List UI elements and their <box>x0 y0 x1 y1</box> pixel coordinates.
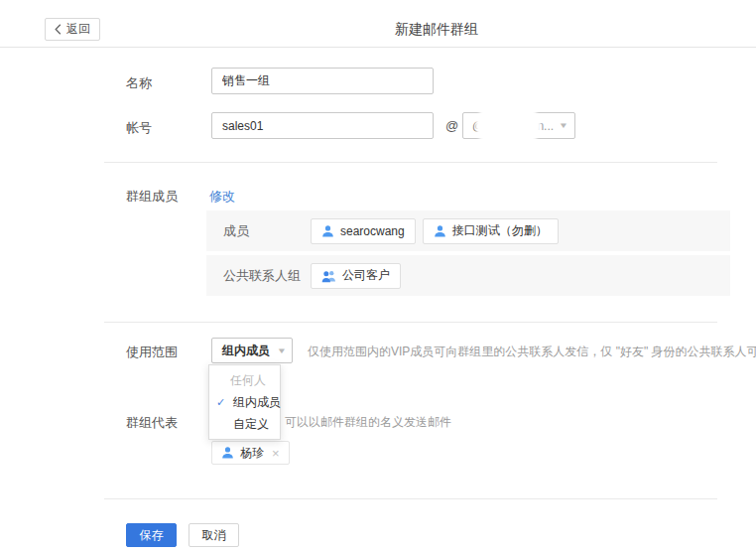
contact-group-row: 公共联系人组 公司客户 <box>206 255 730 296</box>
account-input[interactable] <box>211 112 434 139</box>
back-button-label: 返回 <box>66 21 90 38</box>
chevron-left-icon <box>55 24 62 35</box>
members-row-label: 成员 <box>223 222 311 240</box>
contact-group-tag-label: 公司客户 <box>342 267 390 284</box>
chevron-down-icon: ▼ <box>559 121 568 130</box>
scope-option-group-members[interactable]: ✓ 组内成员 <box>209 391 280 413</box>
section-divider <box>104 498 717 499</box>
name-input[interactable] <box>211 68 434 94</box>
member-tag-label: 接口测试（勿删） <box>452 222 548 239</box>
members-row: 成员 searocwang 接口测试（勿删） <box>206 210 730 251</box>
scope-help-text: 仅使用范围内的VIP成员可向群组里的公共联系人发信，仅 "好友" 身份的公共联系… <box>308 344 756 360</box>
member-tags: searocwang 接口测试（勿删） <box>311 218 559 244</box>
member-tag-label: searocwang <box>340 224 405 238</box>
representative-help-text: 可以以邮件群组的名义发送邮件 <box>285 414 451 431</box>
scope-select[interactable]: 组内成员 ▼ <box>211 338 293 363</box>
redacted-domain-blur <box>478 107 538 144</box>
scope-option-custom[interactable]: 自定义 <box>209 413 280 435</box>
create-mail-group-page: 返回 新建邮件群组 名称 帐号 @ @ n... ▼ 群组成员 修改 成员 se… <box>0 0 756 554</box>
contact-group-tags: 公司客户 <box>311 263 401 289</box>
representative-tag: 杨珍 × <box>211 441 290 465</box>
chevron-down-icon: ▼ <box>277 346 287 355</box>
back-button[interactable]: 返回 <box>45 18 100 41</box>
name-label: 名称 <box>126 74 152 92</box>
people-icon <box>321 269 336 283</box>
domain-suffix: n... <box>537 119 554 133</box>
person-icon <box>434 224 446 238</box>
contact-group-tag[interactable]: 公司客户 <box>311 263 401 289</box>
scope-option-anyone[interactable]: 任何人 <box>209 369 280 391</box>
close-icon[interactable]: × <box>272 446 280 461</box>
scope-dropdown-menu: 任何人 ✓ 组内成员 自定义 <box>208 364 281 440</box>
section-divider <box>104 322 717 323</box>
account-label: 帐号 <box>126 119 152 137</box>
at-symbol: @ <box>445 118 458 133</box>
member-tag[interactable]: 接口测试（勿删） <box>423 218 559 244</box>
person-icon <box>321 224 334 238</box>
section-divider <box>104 162 717 163</box>
page-title: 新建邮件群组 <box>395 21 478 39</box>
scope-label: 使用范围 <box>126 344 178 361</box>
representative-label: 群组代表 <box>126 414 178 432</box>
domain-select[interactable]: @ n... ▼ <box>462 112 575 139</box>
check-icon: ✓ <box>216 391 225 413</box>
cancel-button[interactable]: 取消 <box>189 523 239 547</box>
members-label: 群组成员 <box>126 188 178 206</box>
scope-option-label: 组内成员 <box>233 395 281 409</box>
contact-group-row-label: 公共联系人组 <box>223 267 311 285</box>
person-icon <box>221 446 234 460</box>
modify-members-link[interactable]: 修改 <box>209 188 235 206</box>
topbar: 返回 新建邮件群组 <box>0 0 756 48</box>
scope-selected-value: 组内成员 <box>222 343 270 359</box>
save-button[interactable]: 保存 <box>126 523 177 547</box>
member-tag[interactable]: searocwang <box>311 218 416 244</box>
representative-tag-label: 杨珍 <box>240 445 264 462</box>
